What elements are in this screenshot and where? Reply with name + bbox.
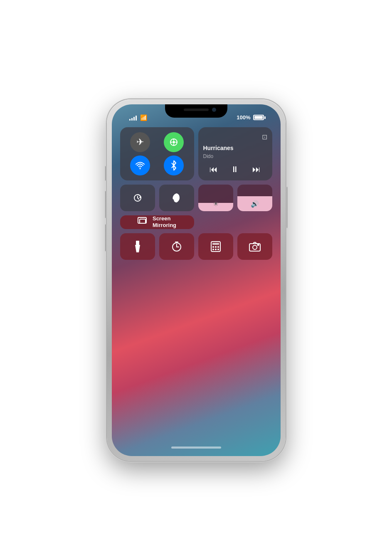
volume-up-button[interactable] (105, 191, 107, 218)
mute-button[interactable] (105, 166, 107, 181)
battery-icon (253, 115, 266, 120)
svg-rect-8 (140, 219, 145, 223)
mid-right-sliders: ☀ 🔊 (198, 185, 272, 229)
notch (165, 104, 227, 118)
music-tile: ⊡ Hurricanes Dido ⏮ ⏸ ⏭ (198, 127, 272, 180)
flashlight-button[interactable] (120, 233, 155, 260)
svg-point-22 (215, 249, 217, 250)
rewind-button[interactable]: ⏮ (210, 165, 218, 174)
timer-button[interactable] (159, 233, 194, 260)
cellular-button[interactable] (164, 132, 184, 152)
svg-point-19 (215, 246, 217, 248)
svg-point-21 (212, 249, 214, 250)
fast-forward-button[interactable]: ⏭ (252, 165, 261, 174)
volume-slider[interactable]: 🔊 (237, 185, 272, 211)
top-row: ✈ (120, 127, 272, 180)
do-not-disturb-button[interactable] (159, 185, 194, 211)
pause-button[interactable]: ⏸ (231, 165, 239, 174)
svg-rect-11 (137, 247, 138, 250)
phone-screen: 📶 100% ✈ (112, 104, 281, 456)
phone-frame: 📶 100% ✈ (107, 99, 286, 461)
bottom-row (120, 233, 272, 260)
camera-button[interactable] (237, 233, 272, 260)
svg-point-1 (173, 141, 175, 143)
signal-bars-icon (129, 115, 137, 121)
svg-rect-17 (212, 243, 219, 245)
music-controls: ⏮ ⏸ ⏭ (203, 165, 267, 174)
svg-point-23 (217, 249, 219, 250)
screen-mirroring-button[interactable]: ScreenMirroring (120, 215, 194, 229)
power-button[interactable] (286, 187, 287, 228)
screen-mirroring-label: ScreenMirroring (153, 215, 176, 229)
signal-bar-2 (131, 118, 133, 121)
orientation-lock-button[interactable] (120, 185, 155, 211)
calculator-button[interactable] (198, 233, 233, 260)
lock-donotdisturb-row (120, 185, 194, 211)
wifi-status-icon: 📶 (140, 114, 147, 121)
screen-mirror-icon (138, 217, 148, 227)
bluetooth-button[interactable] (164, 155, 184, 175)
status-left: 📶 (129, 114, 147, 121)
brightness-slider[interactable]: ☀ (198, 185, 233, 211)
connectivity-tile: ✈ (120, 127, 194, 180)
song-artist: Dido (203, 153, 267, 159)
svg-point-25 (253, 245, 257, 249)
svg-rect-9 (136, 241, 139, 245)
front-camera (212, 108, 216, 112)
airplane-mode-button[interactable]: ✈ (130, 132, 150, 152)
home-indicator[interactable] (171, 447, 221, 449)
svg-point-20 (217, 246, 219, 248)
signal-bar-4 (136, 116, 137, 121)
volume-down-button[interactable] (105, 224, 107, 252)
slider-row: ☀ 🔊 (198, 185, 272, 211)
music-header: ⊡ (203, 133, 267, 141)
control-center: ✈ (120, 127, 272, 260)
speaker (184, 109, 209, 111)
mid-left-controls: ScreenMirroring (120, 185, 194, 229)
wifi-button[interactable] (130, 155, 150, 175)
svg-point-26 (257, 244, 259, 246)
signal-bar-1 (129, 119, 131, 121)
status-right: 100% (237, 114, 265, 121)
airplay-icon[interactable]: ⊡ (262, 133, 267, 141)
battery-percentage: 100% (237, 114, 250, 121)
phone-body: 📶 100% ✈ (107, 99, 286, 461)
song-title: Hurricanes (203, 145, 267, 151)
svg-point-18 (212, 246, 214, 248)
middle-row: ScreenMirroring ☀ 🔊 (120, 185, 272, 229)
signal-bar-3 (133, 117, 135, 121)
